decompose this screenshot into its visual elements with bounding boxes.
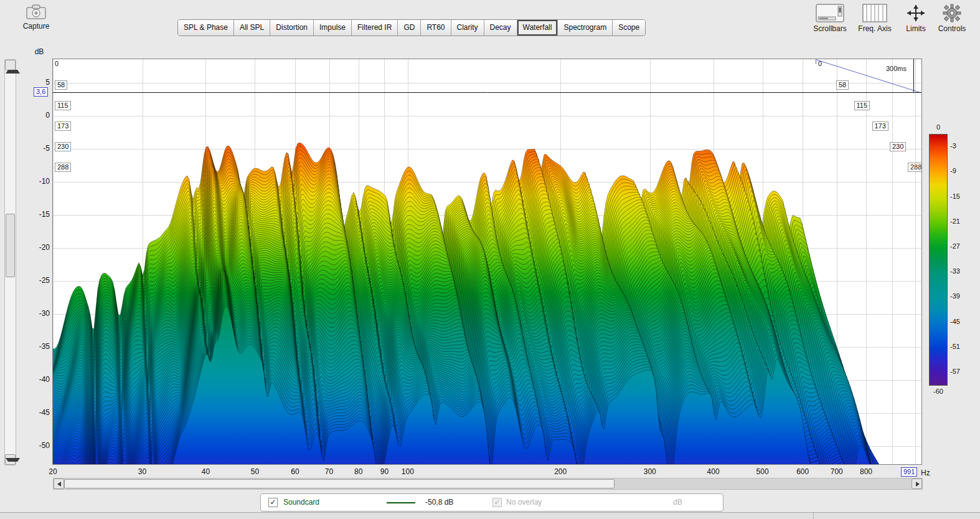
camera-icon <box>17 4 55 20</box>
time-label-right: 115 <box>854 101 870 110</box>
time-label-left: 58 <box>55 80 67 90</box>
freq-axis-icon <box>852 4 898 22</box>
time-label-right: 288 <box>908 163 921 172</box>
cursor-freq-readout: 991 <box>901 467 917 477</box>
color-scale-tick-label: -51 <box>950 343 960 350</box>
scrollbars-label: Scrollbars <box>808 24 852 33</box>
color-scale-tick-label: -9 <box>950 167 956 174</box>
tab-impulse[interactable]: Impulse <box>313 20 351 36</box>
limits-label: Limits <box>898 24 934 33</box>
gear-icon <box>934 4 970 22</box>
freq-tick-label: 60 <box>280 467 311 476</box>
freq-tick-label: 20 <box>37 467 68 476</box>
horizontal-scrollbar[interactable] <box>53 478 923 490</box>
db-tick-label: -50 <box>24 441 50 450</box>
time-label-right: 58 <box>836 80 849 90</box>
db-axis-title: dB <box>30 47 49 56</box>
horizontal-scroll-thumb[interactable] <box>64 479 615 488</box>
tab-all-spl[interactable]: All SPL <box>233 20 270 36</box>
overlay-unit-label: dB <box>673 498 682 507</box>
color-scale-tick-label: -27 <box>950 242 960 250</box>
tab-spl-phase[interactable]: SPL & Phase <box>178 20 233 36</box>
scroll-right-button[interactable] <box>912 479 922 489</box>
freq-tick-label: 40 <box>190 467 221 476</box>
db-tick-label: -10 <box>24 177 50 186</box>
color-scale-tick-label: -57 <box>950 368 960 375</box>
toolbar-right: Scrollbars Freq. Axis <box>808 4 970 33</box>
db-tick-label: -40 <box>24 375 50 384</box>
db-tick-label: -15 <box>24 210 50 219</box>
db-tick-label: -25 <box>24 276 50 285</box>
trace-checkbox[interactable]: ✓ <box>268 498 278 507</box>
color-scale-bar <box>929 134 948 386</box>
tab-rt60[interactable]: RT60 <box>420 20 450 36</box>
freq-tick-label: 600 <box>787 467 818 476</box>
tab-scope[interactable]: Scope <box>612 20 645 36</box>
cursor-db-readout: 3,6 <box>34 87 48 97</box>
capture-button[interactable]: Capture <box>17 4 55 31</box>
scroll-left-button[interactable] <box>54 479 64 489</box>
freq-tick-label: 30 <box>127 467 158 476</box>
up-arrow-icon <box>6 60 20 74</box>
freq-tick-label: 300 <box>634 467 666 476</box>
time-label-right: 173 <box>872 121 888 131</box>
color-scale-top-label: 0 <box>929 123 948 131</box>
tab-decay[interactable]: Decay <box>484 20 517 36</box>
freq-tick-label: 700 <box>821 467 852 476</box>
time-label-left: 288 <box>55 163 71 172</box>
vertical-scroll-thumb[interactable] <box>6 214 15 277</box>
rew-window: Capture SPL & PhaseAll SPLDistortionImpu… <box>0 0 980 519</box>
scroll-down-button[interactable] <box>5 454 16 465</box>
color-scale-tick-label: -21 <box>950 217 960 225</box>
tab-spectrogram[interactable]: Spectrogram <box>557 20 612 36</box>
trace-color-line <box>387 502 415 503</box>
db-tick-label: -45 <box>24 408 50 417</box>
time-label-left: 0 <box>55 60 59 68</box>
vertical-scrollbar[interactable] <box>4 59 16 465</box>
tab-gd[interactable]: GD <box>397 20 420 36</box>
time-axis-max-label: 300ms <box>886 65 907 72</box>
scroll-up-button[interactable] <box>5 60 16 70</box>
status-strip <box>0 512 980 519</box>
freq-axis-button[interactable]: Freq. Axis <box>852 4 898 33</box>
time-label-left: 230 <box>55 142 71 151</box>
color-scale-tick-label: -45 <box>950 318 960 325</box>
trace-name: Soundcard <box>283 498 319 507</box>
limits-button[interactable]: Limits <box>898 4 934 33</box>
graph-tab-bar: SPL & PhaseAll SPLDistortionImpulseFilte… <box>177 19 646 36</box>
freq-tick-label: 200 <box>545 467 576 476</box>
waterfall-plot: 005858115115173173230230288288 300ms <box>53 59 921 464</box>
controls-button[interactable]: Controls <box>934 4 970 33</box>
db-tick-label: -30 <box>24 309 50 318</box>
overlay-checkbox[interactable]: ✓ <box>492 498 502 507</box>
freq-tick-label: 50 <box>239 467 270 476</box>
db-tick-label: 5 <box>24 78 50 87</box>
tab-distortion[interactable]: Distortion <box>270 20 313 36</box>
freq-tick-label: 800 <box>850 467 882 476</box>
right-arrow-icon <box>916 482 920 487</box>
down-arrow-icon <box>6 458 20 471</box>
color-scale-tick-label: -39 <box>950 292 960 300</box>
freq-tick-label: 500 <box>747 467 778 476</box>
scrollbars-button[interactable]: Scrollbars <box>808 4 852 33</box>
time-label-right: 0 <box>818 60 822 68</box>
freq-tick-label: 100 <box>392 467 423 476</box>
color-scale-bottom-label: -60 <box>929 388 948 395</box>
color-scale-tick-label: -33 <box>950 267 960 275</box>
tab-clarity[interactable]: Clarity <box>451 20 484 36</box>
time-label-left: 173 <box>55 121 71 131</box>
freq-axis-label: Freq. Axis <box>852 24 898 33</box>
overlay-label: No overlay <box>506 498 542 507</box>
db-tick-label: -35 <box>24 342 50 351</box>
limits-icon <box>898 4 934 22</box>
color-scale-tick-label: -3 <box>950 142 956 150</box>
capture-label: Capture <box>17 22 55 31</box>
time-label-left: 115 <box>55 101 71 110</box>
tab-filtered-ir[interactable]: Filtered IR <box>351 20 397 36</box>
trace-level-readout: -50,8 dB <box>425 498 453 507</box>
db-tick-label: -5 <box>24 144 50 153</box>
tab-waterfall[interactable]: Waterfall <box>517 20 558 36</box>
waterfall-canvas[interactable] <box>53 59 921 464</box>
status-divider <box>813 513 814 519</box>
controls-label: Controls <box>934 24 970 33</box>
